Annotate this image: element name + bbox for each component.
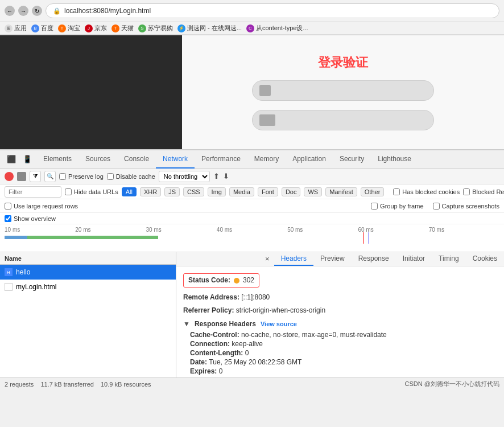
hello-file-icon: H — [5, 268, 13, 276]
tl-50ms: 50 ms — [287, 227, 358, 233]
browser-nav: ← → ↻ 🔒 localhost:8080/myLogin.html — [0, 0, 504, 22]
group-by-frame-checkbox[interactable]: Group by frame — [371, 203, 423, 210]
hide-data-urls-checkbox[interactable]: Hide data URLs — [65, 188, 118, 195]
bookmark-jd[interactable]: J 京东 — [85, 24, 107, 32]
detail-close-button[interactable]: × — [261, 252, 274, 266]
taobao-icon: T — [58, 24, 66, 32]
bookmark-suning-label: 苏宁易购 — [148, 24, 173, 32]
password-input-visual[interactable] — [252, 110, 434, 130]
throttle-select[interactable]: No throttling — [159, 171, 210, 182]
blocked-requests-checkbox[interactable]: Blocked Requests — [463, 188, 504, 195]
detail-tab-preview[interactable]: Preview — [313, 252, 352, 266]
tab-console[interactable]: Console — [117, 150, 156, 169]
detail-tab-initiator[interactable]: Initiator — [396, 252, 432, 266]
filter-all[interactable]: All — [122, 187, 137, 196]
header-date: Date: Tue, 25 May 20 08:22:58 GMT — [183, 358, 497, 367]
detail-tab-response[interactable]: Response — [352, 252, 396, 266]
filter-icon[interactable]: ⧩ — [30, 171, 41, 182]
tab-elements[interactable]: Elements — [36, 150, 79, 169]
remote-address-label: Remote Address: — [183, 293, 241, 301]
filter-xhr[interactable]: XHR — [140, 187, 161, 196]
bookmark-contenttype[interactable]: C 从content-type设... — [246, 24, 308, 32]
tab-security[interactable]: Security — [333, 150, 371, 169]
status-code-value: 302 — [243, 275, 254, 286]
bookmark-suning[interactable]: S 苏宁易购 — [138, 24, 173, 32]
remote-address-row: Remote Address: [::1]:8080 — [183, 291, 497, 304]
request-name-mylogin: myLogin.html — [16, 283, 56, 291]
detail-content: Status Code: 302 Remote Address: [::1]:8… — [176, 266, 504, 377]
speedtest-icon: ⚡ — [177, 24, 185, 32]
page-title: 登录验证 — [318, 54, 368, 71]
referrer-policy-label: Referrer Policy: — [183, 306, 236, 314]
filter-img[interactable]: Img — [208, 187, 226, 196]
tab-performance[interactable]: Performance — [195, 150, 247, 169]
record-button[interactable] — [5, 172, 14, 181]
network-body: Name H hello myLogin.html × Headers Prev… — [0, 252, 504, 377]
referrer-policy-row: Referrer Policy: strict-origin-when-cros… — [183, 304, 497, 317]
filter-other[interactable]: Other — [361, 187, 385, 196]
bookmark-tianmao[interactable]: T 天猫 — [111, 24, 134, 32]
triangle-icon: ▼ — [183, 320, 190, 328]
remote-address-value: [::1]:8080 — [241, 293, 270, 301]
filter-ws[interactable]: WS — [304, 187, 322, 196]
filter-css[interactable]: CSS — [183, 187, 204, 196]
tab-network[interactable]: Network — [156, 150, 195, 169]
inspect-icon[interactable]: ⬛ — [5, 153, 18, 166]
status-code-label: Status Code: — [188, 275, 230, 286]
tab-lighthouse[interactable]: Lighthouse — [371, 150, 418, 169]
tab-sources[interactable]: Sources — [79, 150, 117, 169]
filter-doc[interactable]: Doc — [282, 187, 301, 196]
forward-button[interactable]: → — [18, 6, 28, 16]
tab-memory[interactable]: Memory — [247, 150, 286, 169]
bookmark-contenttype-label: 从content-type设... — [256, 24, 308, 32]
devtools-tabs: ⬛ 📱 Elements Sources Console Network Per… — [0, 150, 504, 169]
status-dot — [234, 278, 239, 284]
timeline-bars — [5, 236, 499, 240]
detail-tab-headers[interactable]: Headers — [274, 252, 313, 266]
address-bar[interactable]: 🔒 localhost:8080/myLogin.html — [46, 3, 499, 18]
bookmark-baidu[interactable]: B 百度 — [31, 24, 53, 32]
timeline: 10 ms 20 ms 30 ms 40 ms 50 ms 60 ms 70 m… — [0, 224, 504, 252]
capture-screenshots-checkbox[interactable]: Capture screenshots — [433, 203, 500, 210]
referrer-policy-value: strict-origin-when-cross-origin — [236, 306, 325, 314]
filter-bar: Hide data URLs All XHR JS CSS Img Media … — [0, 184, 504, 199]
watermark: CSDN @刘德华一不小心就打代码 — [405, 380, 499, 388]
username-input-visual[interactable] — [252, 80, 434, 101]
bookmark-speedtest[interactable]: ⚡ 测速网 - 在线网速... — [177, 24, 242, 32]
upload-icon: ⬆ — [213, 172, 220, 180]
preserve-log-checkbox[interactable]: Preserve log — [59, 173, 104, 180]
reload-button[interactable]: ↻ — [32, 6, 42, 16]
back-button[interactable]: ← — [5, 6, 15, 16]
disable-cache-checkbox[interactable]: Disable cache — [107, 173, 155, 180]
search-icon[interactable]: 🔍 — [44, 171, 56, 182]
clear-button[interactable] — [17, 172, 26, 181]
filter-media[interactable]: Media — [229, 187, 254, 196]
tab-application[interactable]: Application — [286, 150, 333, 169]
jd-icon: J — [85, 24, 93, 32]
view-source-link[interactable]: View source — [261, 321, 297, 327]
address-text: localhost:8080/myLogin.html — [64, 7, 151, 15]
filter-font[interactable]: Font — [258, 187, 278, 196]
mobile-icon[interactable]: 📱 — [20, 153, 34, 166]
filter-input[interactable] — [5, 186, 61, 198]
suning-icon: S — [138, 24, 146, 32]
contenttype-icon: C — [246, 24, 254, 32]
bookmark-apps[interactable]: ⊞ 应用 — [5, 24, 27, 32]
detail-tab-timing[interactable]: Timing — [432, 252, 466, 266]
tl-70ms: 70 ms — [429, 227, 499, 233]
filter-js[interactable]: JS — [164, 187, 180, 196]
detail-tab-cookies[interactable]: Cookies — [466, 252, 504, 266]
header-cache-control: Cache-Control: no-cache, no-store, max-a… — [183, 330, 497, 339]
bookmark-taobao[interactable]: T 淘宝 — [58, 24, 80, 32]
has-blocked-cookies-checkbox[interactable]: Has blocked cookies — [393, 188, 460, 195]
show-overview-checkbox[interactable]: Show overview — [5, 215, 56, 222]
request-item-hello[interactable]: H hello — [0, 265, 176, 280]
large-rows-checkbox[interactable]: Use large request rows — [5, 203, 78, 210]
timeline-labels: 10 ms 20 ms 30 ms 40 ms 50 ms 60 ms 70 m… — [5, 227, 499, 233]
request-list: Name H hello myLogin.html — [0, 252, 176, 377]
request-count: 2 requests — [5, 381, 34, 388]
request-item-mylogin[interactable]: myLogin.html — [0, 280, 176, 294]
filter-manifest[interactable]: Manifest — [325, 187, 357, 196]
tl-20ms: 20 ms — [75, 227, 146, 233]
transferred-size: 11.7 kB transferred — [40, 381, 94, 388]
